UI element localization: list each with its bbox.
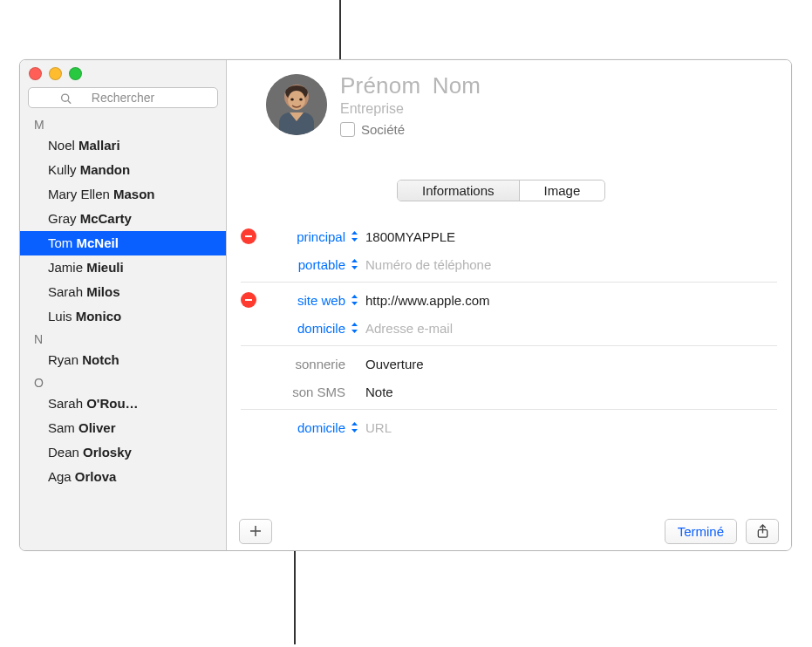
field-value[interactable]: Adresse e-mail bbox=[365, 321, 453, 336]
field-label[interactable]: domicile bbox=[297, 321, 345, 336]
company-checkbox-label: Société bbox=[361, 122, 405, 137]
contact-first-name: Sarah bbox=[48, 284, 86, 299]
contact-row[interactable]: Mary Ellen Mason bbox=[20, 182, 226, 207]
contact-last-name: Mallari bbox=[78, 138, 120, 153]
contact-first-name: Dean bbox=[48, 445, 83, 460]
search-field-wrapper bbox=[28, 87, 218, 108]
callout-line-bottom bbox=[294, 548, 296, 644]
card-fields: principal1800MYAPPLEportableNuméro de té… bbox=[241, 222, 777, 441]
field-row: domicileAdresse e-mail bbox=[241, 314, 777, 342]
tab-image[interactable]: Image bbox=[520, 180, 605, 201]
field-value[interactable]: http://www.apple.com bbox=[365, 293, 490, 308]
contact-last-name: Milos bbox=[86, 284, 119, 299]
company-field[interactable]: Entreprise bbox=[340, 101, 486, 117]
contact-last-name: Monico bbox=[76, 309, 122, 324]
field-row: son SMSNote bbox=[241, 378, 777, 405]
contact-last-name: McCarty bbox=[80, 211, 132, 226]
contact-row[interactable]: Sarah O'Rou… bbox=[20, 392, 226, 416]
contact-list[interactable]: MNoel MallariKully MandonMary Ellen Maso… bbox=[20, 114, 226, 550]
search-icon bbox=[60, 92, 72, 104]
svg-line-1 bbox=[68, 100, 71, 103]
contact-first-name: Kully bbox=[48, 162, 80, 177]
svg-point-6 bbox=[290, 98, 294, 100]
sidebar: MNoel MallariKully MandonMary Ellen Maso… bbox=[20, 60, 227, 550]
contact-card: Prénom Nom Entreprise Société Informatio… bbox=[227, 60, 791, 550]
contact-last-name: Mason bbox=[113, 187, 155, 201]
svg-point-7 bbox=[299, 98, 303, 100]
share-button[interactable] bbox=[746, 519, 779, 544]
contact-first-name: Sam bbox=[48, 420, 78, 435]
remove-field-button[interactable] bbox=[241, 292, 256, 308]
field-label: son SMS bbox=[292, 385, 345, 399]
contact-row[interactable]: Gray McCarty bbox=[20, 207, 226, 231]
first-name-field[interactable]: Prénom bbox=[340, 72, 420, 99]
field-row: portableNuméro de téléphone bbox=[241, 250, 777, 278]
field-value[interactable]: URL bbox=[365, 420, 392, 435]
close-window-button[interactable] bbox=[29, 67, 42, 80]
field-row: principal1800MYAPPLE bbox=[241, 222, 777, 250]
field-separator bbox=[241, 409, 777, 410]
contact-row[interactable]: Jamie Mieuli bbox=[20, 255, 226, 280]
label-popup-chevron-icon[interactable] bbox=[351, 323, 358, 333]
search-input[interactable] bbox=[28, 87, 218, 108]
contact-row[interactable]: Aga Orlova bbox=[20, 465, 226, 489]
section-header: O bbox=[20, 372, 226, 392]
tabs: Informations Image bbox=[397, 180, 605, 201]
contact-first-name: Luis bbox=[48, 309, 76, 324]
window-controls bbox=[29, 67, 82, 80]
contact-row[interactable]: Tom McNeil bbox=[20, 231, 226, 255]
contact-last-name: Orlova bbox=[75, 469, 117, 484]
contact-last-name: Orlosky bbox=[83, 445, 132, 460]
contact-row[interactable]: Luis Monico bbox=[20, 304, 226, 329]
contact-last-name: Oliver bbox=[78, 420, 116, 435]
contact-first-name: Sarah bbox=[48, 396, 86, 411]
field-row: domicileURL bbox=[241, 413, 777, 441]
field-label[interactable]: site web bbox=[297, 293, 345, 308]
maximize-window-button[interactable] bbox=[69, 67, 82, 80]
callout-line-top bbox=[339, 0, 341, 59]
add-field-button[interactable] bbox=[239, 519, 272, 544]
contact-first-name: Aga bbox=[48, 469, 75, 484]
card-footer: Terminé bbox=[227, 512, 791, 550]
field-label[interactable]: portable bbox=[298, 257, 345, 272]
last-name-field[interactable]: Nom bbox=[433, 72, 481, 99]
svg-point-0 bbox=[62, 94, 69, 101]
label-popup-chevron-icon[interactable] bbox=[351, 422, 358, 432]
company-checkbox[interactable] bbox=[340, 122, 355, 137]
contact-first-name: Mary Ellen bbox=[48, 187, 113, 201]
name-fields[interactable]: Prénom Nom bbox=[340, 72, 486, 99]
contact-row[interactable]: Sarah Milos bbox=[20, 280, 226, 304]
tab-informations[interactable]: Informations bbox=[398, 180, 520, 201]
section-header: M bbox=[20, 114, 226, 133]
field-popup-value[interactable]: Ouverture bbox=[365, 357, 429, 371]
label-popup-chevron-icon[interactable] bbox=[351, 295, 358, 305]
contact-row[interactable]: Sam Oliver bbox=[20, 416, 226, 440]
minimize-window-button[interactable] bbox=[49, 67, 62, 80]
field-separator bbox=[241, 282, 777, 283]
contact-last-name: Notch bbox=[82, 352, 119, 367]
contact-last-name: McNeil bbox=[77, 235, 119, 250]
field-label: sonnerie bbox=[295, 357, 345, 371]
contact-row[interactable]: Ryan Notch bbox=[20, 348, 226, 372]
field-popup-value[interactable]: Note bbox=[365, 385, 399, 399]
contact-first-name: Jamie bbox=[48, 260, 86, 275]
remove-field-button[interactable] bbox=[241, 228, 256, 244]
done-button[interactable]: Terminé bbox=[665, 519, 737, 544]
field-separator bbox=[241, 345, 777, 346]
contact-last-name: O'Rou… bbox=[86, 396, 138, 411]
contact-row[interactable]: Dean Orlosky bbox=[20, 440, 226, 465]
contact-first-name: Tom bbox=[48, 235, 77, 250]
field-label[interactable]: principal bbox=[297, 229, 345, 244]
avatar[interactable] bbox=[266, 74, 327, 135]
field-value[interactable]: 1800MYAPPLE bbox=[365, 229, 455, 244]
label-popup-chevron-icon[interactable] bbox=[351, 231, 358, 242]
contact-row[interactable]: Kully Mandon bbox=[20, 158, 226, 182]
contact-first-name: Ryan bbox=[48, 352, 82, 367]
contacts-window: MNoel MallariKully MandonMary Ellen Maso… bbox=[19, 59, 792, 551]
label-popup-chevron-icon[interactable] bbox=[351, 259, 358, 269]
contact-last-name: Mieuli bbox=[86, 260, 124, 275]
field-row: site webhttp://www.apple.com bbox=[241, 286, 777, 314]
field-label[interactable]: domicile bbox=[297, 420, 345, 435]
field-value[interactable]: Numéro de téléphone bbox=[365, 257, 491, 272]
contact-row[interactable]: Noel Mallari bbox=[20, 133, 226, 158]
